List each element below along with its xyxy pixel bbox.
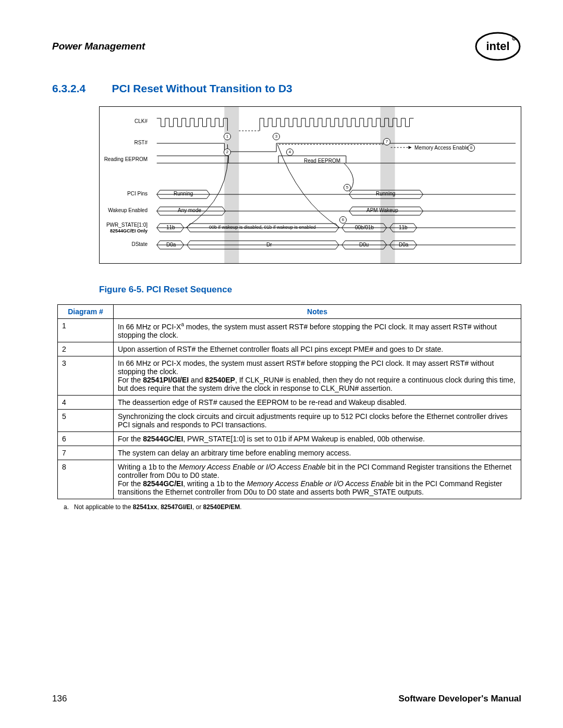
cell-diagram-num: 1 xyxy=(58,319,114,342)
signal-pwrstate-label: PWR_STATE[1:0] xyxy=(106,222,148,228)
signal-wakeup-label: Wakeup Enabled xyxy=(108,207,148,213)
cell-notes: The deassertion edge of RST# caused the … xyxy=(114,395,521,409)
figure-caption: Figure 6-5. PCI Reset Sequence xyxy=(99,285,521,295)
table-row: 2Upon assertion of RST# the Ethernet con… xyxy=(58,342,521,356)
cell-diagram-num: 2 xyxy=(58,342,114,356)
signal-rst-label: RST# xyxy=(134,140,148,145)
intel-logo: intel R xyxy=(474,31,521,61)
section-heading: 6.3.2.4 PCI Reset Without Transition to … xyxy=(52,82,521,95)
cell-diagram-num: 8 xyxy=(58,460,114,499)
marker-6: 6 xyxy=(339,216,347,224)
footnote: a. Not applicable to the 82541xx, 82547G… xyxy=(64,503,521,511)
page-header: Power Management intel R xyxy=(52,31,521,61)
cell-notes: Synchronizing the clock circuits and cir… xyxy=(114,409,521,431)
header-section-title: Power Management xyxy=(52,41,145,52)
svg-rect-4 xyxy=(224,107,239,263)
table-row: 4The deassertion edge of RST# caused the… xyxy=(58,395,521,409)
label-running-2: Running xyxy=(376,191,395,196)
page: Power Management intel R 6.3.2.4 PCI Res… xyxy=(0,0,563,728)
svg-text:R: R xyxy=(513,38,515,41)
label-read-eeprom: Read EEPROM xyxy=(304,158,340,164)
notes-table: Diagram # Notes 1In 66 MHz or PCI-Xa mod… xyxy=(57,304,521,499)
signal-clk-label: CLK# xyxy=(134,118,148,124)
marker-2: 2 xyxy=(224,149,231,156)
cell-notes: For the 82544GC/EI, PWR_STATE[1:0] is se… xyxy=(114,431,521,446)
label-any-mode: Any mode xyxy=(178,207,201,213)
marker-4: 4 xyxy=(286,149,293,156)
timing-diagram: CLK# RST# Reading EEPROM PCI Pins Wakeup… xyxy=(99,106,521,264)
signal-pwrstate-note: 82544GC/EI Only xyxy=(110,228,148,233)
cell-diagram-num: 3 xyxy=(58,356,114,395)
label-memory-access-enable: Memory Access Enable xyxy=(414,145,469,151)
svg-marker-12 xyxy=(409,146,412,149)
svg-text:intel: intel xyxy=(486,40,509,53)
page-number: 136 xyxy=(52,694,67,704)
section-number: 6.3.2.4 xyxy=(52,82,109,95)
label-pwr-11b-b: 11b xyxy=(399,225,408,230)
label-pwr-11b-a: 11b xyxy=(166,225,175,230)
cell-diagram-num: 5 xyxy=(58,409,114,431)
table-row: 7The system can delay an arbitrary time … xyxy=(58,446,521,460)
label-pwr-mid: 00b if wakeup is disabled, 01b if wakeup… xyxy=(209,225,316,230)
document-title: Software Developer's Manual xyxy=(398,694,521,704)
table-row: 3In 66 MHz or PCI-X modes, the system mu… xyxy=(58,356,521,395)
label-d0a-b: D0a xyxy=(399,242,408,248)
cell-diagram-num: 6 xyxy=(58,431,114,446)
marker-5: 5 xyxy=(344,184,351,191)
section-title: PCI Reset Without Transition to D3 xyxy=(112,82,292,94)
cell-notes: Upon assertion of RST# the Ethernet cont… xyxy=(114,342,521,356)
cell-notes: Writing a 1b to the Memory Access Enable… xyxy=(114,460,521,499)
th-diagram: Diagram # xyxy=(58,305,114,319)
table-row: 5Synchronizing the clock circuits and ci… xyxy=(58,409,521,431)
table-row: 1In 66 MHz or PCI-Xa modes, the system m… xyxy=(58,319,521,342)
label-d0u: D0u xyxy=(359,242,369,248)
label-apm-wakeup: APM Wakeup xyxy=(366,207,398,213)
label-dr: Dr xyxy=(266,242,272,248)
table-row: 8Writing a 1b to the Memory Access Enabl… xyxy=(58,460,521,499)
label-running-1: Running xyxy=(174,191,193,196)
signal-reading-eeprom-label: Reading EEPROM xyxy=(104,156,148,162)
table-row: 6For the 82544GC/EI, PWR_STATE[1:0] is s… xyxy=(58,431,521,446)
page-footer: 136 Software Developer's Manual xyxy=(52,694,521,704)
cell-diagram-num: 4 xyxy=(58,395,114,409)
signal-pci-pins-label: PCI Pins xyxy=(127,191,148,196)
marker-1: 1 xyxy=(224,133,231,140)
th-notes: Notes xyxy=(114,305,521,319)
label-d0a-a: D0a xyxy=(166,242,176,248)
signal-dstate-label: DState xyxy=(131,241,148,247)
cell-notes: The system can delay an arbitrary time b… xyxy=(114,446,521,460)
svg-rect-5 xyxy=(381,107,395,263)
cell-notes: In 66 MHz or PCI-Xa modes, the system mu… xyxy=(114,319,521,342)
marker-3: 3 xyxy=(273,133,280,140)
cell-diagram-num: 7 xyxy=(58,446,114,460)
footnote-marker: a. xyxy=(64,503,69,511)
marker-8: 8 xyxy=(468,144,475,152)
cell-notes: In 66 MHz or PCI-X modes, the system mus… xyxy=(114,356,521,395)
marker-7: 7 xyxy=(383,138,390,145)
label-pwr-00b01b: 00b/01b xyxy=(355,225,374,230)
footnote-text: Not applicable to the 82541xx, 82547GI/E… xyxy=(74,503,242,511)
